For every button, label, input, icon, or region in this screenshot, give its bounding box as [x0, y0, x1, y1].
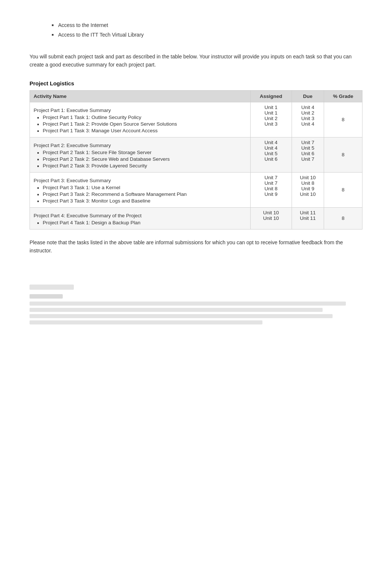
task-item-1-1: Project Part 2 Task 2: Secure Web and Da…	[37, 156, 247, 162]
footer-note: Please note that the tasks listed in the…	[30, 238, 362, 255]
table-header-row: Activity Name Assigned Due % Grade	[30, 90, 362, 102]
task-item-1-0: Project Part 2 Task 1: Secure File Stora…	[37, 150, 247, 155]
table-row: Project Part 4: Executive Summary of the…	[30, 207, 362, 229]
row-summary-2: Project Part 3: Executive Summary	[34, 175, 247, 184]
blurred-section	[30, 285, 362, 324]
task-item-3-0: Project Part 4 Task 1: Design a Backup P…	[37, 220, 247, 225]
assigned-cell-3: Unit 10Unit 10	[250, 207, 292, 229]
task-item-0-1: Project Part 1 Task 2: Provide Open Sour…	[37, 121, 247, 127]
row-summary-0: Project Part 1: Executive Summary	[34, 105, 247, 114]
blurred-line-1	[30, 302, 346, 306]
blurred-line-3	[30, 314, 333, 318]
due-cell-0: Unit 4Unit 2Unit 3Unit 4	[292, 102, 324, 137]
due-cell-1: Unit 7Unit 5Unit 6Unit 7	[292, 137, 324, 172]
assigned-cell-2: Unit 7Unit 7Unit 8Unit 9	[250, 172, 292, 207]
grade-cell-2: 8	[324, 172, 362, 207]
blurred-line-4	[30, 320, 262, 324]
due-cell-3: Unit 11Unit 11	[292, 207, 324, 229]
assigned-cell-0: Unit 1Unit 1Unit 2Unit 3	[250, 102, 292, 137]
row-summary-1: Project Part 2: Executive Summary	[34, 140, 247, 149]
activity-cell-0: Project Part 1: Executive SummaryProject…	[30, 102, 251, 137]
col-header-due: Due	[292, 90, 324, 102]
task-list-3: Project Part 4 Task 1: Design a Backup P…	[37, 220, 247, 225]
table-row: Project Part 1: Executive SummaryProject…	[30, 102, 362, 137]
task-item-1-2: Project Part 2 Task 3: Provide Layered S…	[37, 163, 247, 169]
due-cell-2: Unit 10Unit 8Unit 9Unit 10	[292, 172, 324, 207]
task-list-2: Project Part 3 Task 1: Use a KernelProje…	[37, 185, 247, 204]
col-header-grade: % Grade	[324, 90, 362, 102]
table-row: Project Part 3: Executive SummaryProject…	[30, 172, 362, 207]
bullet-list: Access to the Internet Access to the ITT…	[52, 22, 362, 38]
task-list-0: Project Part 1 Task 1: Outline Security …	[37, 115, 247, 133]
table-row: Project Part 2: Executive SummaryProject…	[30, 137, 362, 172]
bullet-item-2: Access to the ITT Tech Virtual Library	[52, 32, 362, 38]
col-header-activity: Activity Name	[30, 90, 251, 102]
task-item-2-1: Project Part 3 Task 2: Recommend a Softw…	[37, 191, 247, 197]
task-item-2-0: Project Part 3 Task 1: Use a Kernel	[37, 185, 247, 190]
activity-cell-2: Project Part 3: Executive SummaryProject…	[30, 172, 251, 207]
bullet-item-1: Access to the Internet	[52, 22, 362, 28]
blurred-subtitle	[30, 294, 63, 299]
activity-cell-1: Project Part 2: Executive SummaryProject…	[30, 137, 251, 172]
blurred-title	[30, 285, 74, 290]
intro-paragraph: You will submit each project task and pa…	[30, 52, 362, 69]
task-item-0-2: Project Part 1 Task 3: Manage User Accou…	[37, 128, 247, 133]
grade-cell-1: 8	[324, 137, 362, 172]
blurred-line-2	[30, 308, 323, 312]
assigned-cell-1: Unit 4Unit 4Unit 5Unit 6	[250, 137, 292, 172]
section-title: Project Logistics	[30, 80, 74, 86]
activity-cell-3: Project Part 4: Executive Summary of the…	[30, 207, 251, 229]
col-header-assigned: Assigned	[250, 90, 292, 102]
task-item-0-0: Project Part 1 Task 1: Outline Security …	[37, 115, 247, 120]
row-summary-3: Project Part 4: Executive Summary of the…	[34, 210, 247, 219]
grade-cell-3: 8	[324, 207, 362, 229]
task-item-2-2: Project Part 3 Task 3: Monitor Logs and …	[37, 198, 247, 204]
project-logistics-table: Activity Name Assigned Due % Grade Proje…	[30, 90, 362, 229]
task-list-1: Project Part 2 Task 1: Secure File Stora…	[37, 150, 247, 169]
grade-cell-0: 8	[324, 102, 362, 137]
